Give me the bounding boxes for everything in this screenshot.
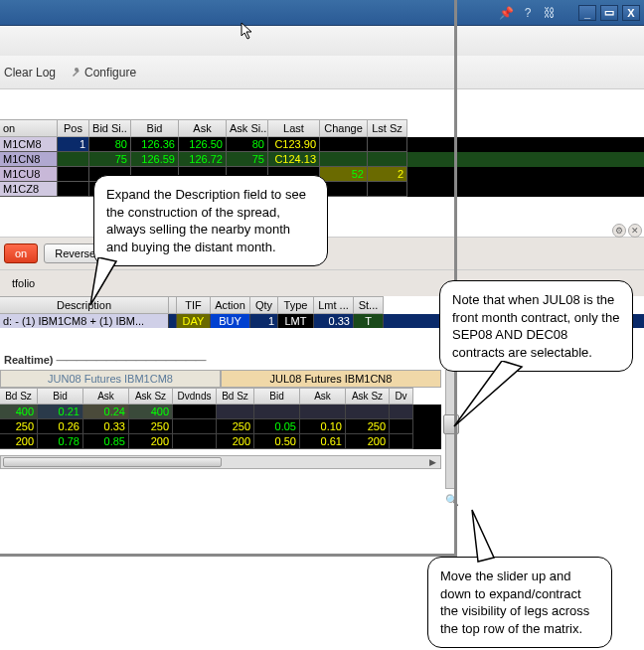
callout-text: Note that when JUL08 is the front month … bbox=[452, 292, 619, 360]
mcell bbox=[173, 419, 217, 434]
mcell bbox=[300, 405, 346, 419]
mcol-ask2[interactable]: Ask bbox=[300, 388, 346, 405]
cell-type[interactable]: LMT bbox=[278, 314, 314, 328]
zoom-out-icon[interactable]: 🔍 bbox=[445, 493, 459, 507]
matrix-row[interactable]: 200 0.78 0.85 200 200 0.50 0.61 200 bbox=[0, 434, 441, 449]
col-type[interactable]: Type bbox=[278, 296, 314, 314]
mcol-asksz[interactable]: Ask Sz bbox=[129, 388, 173, 405]
mcell bbox=[346, 405, 390, 419]
clear-log-button[interactable]: Clear Log bbox=[4, 66, 56, 80]
mcell bbox=[173, 434, 217, 449]
mcell bbox=[390, 434, 413, 449]
col-action[interactable]: Action bbox=[211, 296, 250, 314]
mcol-bdsz2[interactable]: Bd Sz bbox=[217, 388, 254, 405]
col-limit[interactable]: Lmt ... bbox=[314, 296, 354, 314]
mcell: 200 bbox=[217, 434, 254, 449]
cell-change bbox=[320, 137, 368, 152]
pin-icon[interactable]: 📌 bbox=[497, 4, 515, 22]
col-description[interactable]: Description bbox=[0, 296, 169, 314]
col-last[interactable]: Last bbox=[268, 119, 320, 137]
leg-header-2[interactable]: JUL08 Futures IBM1CN8 bbox=[221, 370, 441, 388]
mcell: 200 bbox=[0, 434, 38, 449]
matrix-row[interactable]: 250 0.26 0.33 250 250 0.05 0.10 250 bbox=[0, 419, 441, 434]
mcell: 0.78 bbox=[38, 434, 83, 449]
mcell: 0.50 bbox=[254, 434, 300, 449]
mcol-dvdnds[interactable]: Dvdnds bbox=[173, 388, 217, 405]
mcell: 0.05 bbox=[254, 419, 300, 434]
col-bid[interactable]: Bid bbox=[131, 119, 179, 137]
mcell: 250 bbox=[129, 419, 173, 434]
matrix-horizontal-scrollbar[interactable]: ▶ bbox=[0, 455, 441, 469]
cell-spacer bbox=[169, 314, 177, 328]
cell-bid: 126.59 bbox=[131, 152, 179, 167]
cell-lastsize: 2 bbox=[368, 167, 407, 182]
panel-config-icon[interactable]: ⚙ bbox=[612, 224, 626, 238]
mcol-bdsz[interactable]: Bd Sz bbox=[0, 388, 38, 405]
action-on-button[interactable]: on bbox=[4, 244, 38, 263]
cell-lastsize bbox=[368, 152, 407, 167]
mcell: 0.85 bbox=[83, 434, 129, 449]
mcell: 0.10 bbox=[300, 419, 346, 434]
annotation-callout-description: Expand the Description field to see the … bbox=[93, 175, 328, 266]
col-spacer bbox=[169, 296, 177, 314]
quotes-grid-header: on Pos Bid Si.. Bid Ask Ask Si.. Last Ch… bbox=[0, 119, 644, 137]
configure-button[interactable]: Configure bbox=[70, 66, 136, 80]
cell-action[interactable]: BUY bbox=[211, 314, 250, 328]
mcol-ask[interactable]: Ask bbox=[83, 388, 129, 405]
quotes-row[interactable]: M1CM8 1 80 126.36 126.50 80 C123.90 bbox=[0, 137, 644, 152]
col-tif[interactable]: TIF bbox=[177, 296, 211, 314]
scrollbar-thumb[interactable] bbox=[3, 457, 222, 467]
wrench-icon bbox=[70, 67, 81, 79]
help-icon[interactable]: ? bbox=[519, 4, 537, 22]
cell-last: C123.90 bbox=[268, 137, 320, 152]
cell-description[interactable]: d: - (1) IBM1CM8 + (1) IBM... bbox=[0, 314, 169, 328]
mcell: 250 bbox=[0, 419, 38, 434]
annotation-callout-frontmonth: Note that when JUL08 is the front month … bbox=[439, 280, 633, 372]
col-asksize[interactable]: Ask Si.. bbox=[227, 119, 268, 137]
cell-lastsize bbox=[368, 137, 407, 152]
quotes-row[interactable]: M1CN8 75 126.59 126.72 75 C124.13 bbox=[0, 152, 644, 167]
mcol-bid2[interactable]: Bid bbox=[254, 388, 300, 405]
cell-change bbox=[320, 152, 368, 167]
matrix-header-row: Bd Sz Bid Ask Ask Sz Dvdnds Bd Sz Bid As… bbox=[0, 388, 441, 405]
cell-qty[interactable]: 1 bbox=[250, 314, 278, 328]
minimize-button[interactable]: _ bbox=[578, 5, 596, 21]
scroll-right-icon[interactable]: ▶ bbox=[426, 457, 438, 467]
panel-close-icon[interactable]: ✕ bbox=[628, 224, 642, 238]
col-lastsize[interactable]: Lst Sz bbox=[368, 119, 407, 137]
cell-bid: 126.36 bbox=[131, 137, 179, 152]
col-pos[interactable]: Pos bbox=[58, 119, 89, 137]
mcell: 400 bbox=[0, 405, 38, 419]
cell-status[interactable]: T bbox=[354, 314, 384, 328]
cell-pos: 1 bbox=[58, 137, 89, 152]
configure-label: Configure bbox=[84, 66, 136, 80]
mcol-asksz2[interactable]: Ask Sz bbox=[346, 388, 390, 405]
mcol-dv2[interactable]: Dv bbox=[390, 388, 413, 405]
col-qty[interactable]: Qty bbox=[250, 296, 278, 314]
cell-asksize: 80 bbox=[227, 137, 268, 152]
mcell: 0.33 bbox=[83, 419, 129, 434]
cell-symbol: M1CN8 bbox=[0, 152, 58, 167]
cell-bidsize: 75 bbox=[89, 152, 131, 167]
secondary-toolbar: Clear Log Configure bbox=[0, 56, 644, 89]
leg-header-1[interactable]: JUN08 Futures IBM1CM8 bbox=[0, 370, 221, 388]
mcell: 0.61 bbox=[300, 434, 346, 449]
maximize-button[interactable]: ▭ bbox=[600, 5, 618, 21]
mcol-bid[interactable]: Bid bbox=[38, 388, 83, 405]
link-icon[interactable]: ⛓ bbox=[541, 4, 559, 22]
col-symbol[interactable]: on bbox=[0, 119, 58, 137]
tab-portfolio[interactable]: tfolio bbox=[6, 274, 41, 292]
cell-limit[interactable]: 0.33 bbox=[314, 314, 354, 328]
col-ask[interactable]: Ask bbox=[179, 119, 227, 137]
cell-tif[interactable]: DAY bbox=[177, 314, 211, 328]
col-status[interactable]: St... bbox=[354, 296, 384, 314]
cell-change: 52 bbox=[320, 167, 368, 182]
mcell: 200 bbox=[129, 434, 173, 449]
cell-last: C124.13 bbox=[268, 152, 320, 167]
col-bidsize[interactable]: Bid Si.. bbox=[89, 119, 131, 137]
mcell: 0.21 bbox=[38, 405, 83, 419]
col-change[interactable]: Change bbox=[320, 119, 368, 137]
close-button[interactable]: X bbox=[622, 5, 640, 21]
matrix-row[interactable]: 400 0.21 0.24 400 bbox=[0, 405, 441, 419]
cell-pos bbox=[58, 167, 89, 182]
